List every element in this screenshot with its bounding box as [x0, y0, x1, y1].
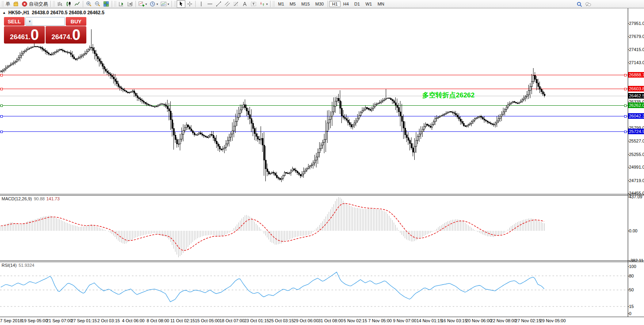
sell-price-button[interactable]: 26461 . 0: [4, 26, 45, 44]
timeframe-button-d1[interactable]: D1: [352, 1, 363, 7]
cursor-icon: [178, 1, 184, 7]
line-chart-icon[interactable]: [73, 0, 82, 8]
bar-chart-icon[interactable]: [55, 0, 64, 8]
time-axis-label: 22 Nov 08:00: [490, 318, 516, 323]
candlestick-chart[interactable]: [0, 8, 628, 194]
rsi-label: RSI(14)51.9324: [2, 263, 34, 268]
auto-scroll-icon[interactable]: [117, 0, 126, 8]
toolbar-grip[interactable]: [272, 1, 274, 7]
mt4-terminal: 单自动交易▾▾▾▾M1M5M15M30H1H4D1W1MN ▲ HK50-,H1…: [0, 0, 644, 325]
text-label-icon[interactable]: [249, 0, 258, 8]
macd-chart[interactable]: [0, 196, 628, 260]
fibonacci-icon[interactable]: [232, 0, 240, 8]
macd-label: MACD(12,26,9)90.88141.73: [2, 196, 60, 201]
rsi-value: 51.9324: [19, 263, 34, 268]
arrows-button[interactable]: ▾: [258, 0, 269, 8]
buy-price-big-digit: 0: [72, 27, 80, 43]
macd-signal-line: [1, 203, 544, 251]
line-handle[interactable]: [624, 115, 626, 117]
timeframe-button-m30[interactable]: M30: [312, 1, 326, 7]
timeframe-button-h4[interactable]: H4: [341, 1, 352, 7]
rsi-chart[interactable]: [0, 262, 628, 317]
tile-windows-icon[interactable]: [102, 0, 111, 8]
time-axis[interactable]: 17 Sep 201819 Sep 05:0021 Sep 07:0027 Se…: [0, 317, 644, 325]
line-handle[interactable]: [0, 88, 2, 90]
macd-histogram: [1, 197, 545, 257]
horizontal-line-icon[interactable]: [206, 0, 214, 8]
time-axis-label: 27 Nov 02:15: [515, 318, 541, 323]
toolbar-grip[interactable]: [114, 1, 116, 7]
toolbar-grip[interactable]: [2, 1, 4, 7]
candle-chart-icon[interactable]: [64, 0, 73, 8]
chart-shift-icon: [127, 1, 133, 7]
chat-icon[interactable]: [584, 0, 593, 8]
chevron-down-icon[interactable]: ▾: [266, 2, 268, 6]
chat-icon: [585, 1, 591, 8]
line-handle[interactable]: [0, 115, 2, 117]
toolbar-separator: [50, 1, 51, 7]
pivot-annotation-text[interactable]: 多空转折点26262: [422, 91, 474, 100]
zoom-out-icon[interactable]: [93, 0, 102, 8]
toolbar-grip[interactable]: [53, 1, 55, 7]
chevron-down-icon[interactable]: ▾: [145, 2, 147, 6]
chevron-down-icon[interactable]: ▾: [168, 2, 169, 6]
cursor-icon[interactable]: [177, 0, 185, 8]
timeframe-button-m15[interactable]: M15: [299, 1, 312, 7]
line-handle[interactable]: [624, 74, 626, 76]
toolbar-separator: [112, 1, 112, 7]
volume-spinner: ▼ ▲: [25, 17, 65, 26]
line-handle[interactable]: [0, 105, 2, 106]
text-icon[interactable]: [240, 0, 249, 8]
order-box-icon[interactable]: [11, 0, 20, 8]
sell-price-main: 26461: [10, 33, 29, 41]
tile-windows-icon: [103, 1, 109, 7]
line-handle[interactable]: [0, 74, 2, 76]
new-order-button[interactable]: 单: [4, 0, 11, 8]
line-handle[interactable]: [624, 88, 626, 90]
price-axis[interactable]: 27951.027679.027415.027143.026335.025799…: [628, 8, 644, 317]
line-handle[interactable]: [624, 105, 626, 106]
buy-price-button[interactable]: 26474 . 0: [46, 26, 86, 44]
order-box-icon: [13, 1, 19, 7]
volume-decrease-button[interactable]: ▼: [26, 17, 32, 25]
fibonacci-icon: [233, 1, 239, 7]
chart-shift-icon[interactable]: [126, 0, 134, 8]
price-axis-tick: 437.09: [629, 194, 642, 199]
zoom-in-icon[interactable]: [84, 0, 93, 8]
price-axis-tick: 15: [629, 304, 634, 309]
time-axis-label: 9 Nov 07:00: [393, 318, 416, 323]
timeframe-button-mn[interactable]: MN: [375, 1, 387, 7]
price-line-badge: 26603.8: [628, 86, 644, 91]
line-handle[interactable]: [624, 131, 626, 133]
price-axis-tick: 27143.0: [629, 60, 644, 65]
crosshair-icon: [187, 1, 193, 7]
timeframe-button-w1[interactable]: W1: [363, 1, 375, 7]
symbol-search-icon[interactable]: [575, 0, 584, 8]
horizontal-level-lines[interactable]: [0, 74, 628, 133]
add-indicator-icon: [138, 1, 145, 7]
add-indicator-button[interactable]: ▾: [137, 0, 148, 8]
time-axis-label: 11 Oct 02:15: [170, 318, 195, 323]
volume-input[interactable]: [32, 17, 65, 25]
toolbar-grip[interactable]: [174, 1, 176, 7]
collapse-panel-arrow[interactable]: ▲: [2, 11, 6, 15]
period-clock-button[interactable]: ▾: [148, 0, 159, 8]
line-handle[interactable]: [0, 131, 2, 133]
buy-button[interactable]: BUY: [66, 17, 86, 26]
rsi-line: [1, 272, 544, 302]
crosshair-icon[interactable]: [185, 0, 194, 8]
timeframe-button-h1[interactable]: H1: [329, 1, 340, 7]
timeframe-button-m5[interactable]: M5: [287, 1, 298, 7]
chevron-down-icon[interactable]: ▾: [156, 2, 158, 6]
sell-button[interactable]: SELL: [4, 17, 25, 26]
timeframe-button-m1[interactable]: M1: [275, 1, 287, 7]
price-line-badge: 26462.5: [628, 93, 644, 99]
time-axis-label: 8 Oct 08:00: [147, 318, 169, 323]
price-axis-tick: 100: [629, 264, 636, 269]
one-click-trading-panel: SELL ▼ ▲ BUY 26461 . 0 26474 . 0: [4, 17, 86, 44]
autotrade-button[interactable]: 自动交易: [20, 0, 49, 8]
trendline-icon[interactable]: [214, 0, 223, 8]
channel-icon[interactable]: [223, 0, 232, 8]
vertical-line-icon[interactable]: [197, 0, 206, 8]
template-button[interactable]: ▾: [159, 0, 170, 8]
